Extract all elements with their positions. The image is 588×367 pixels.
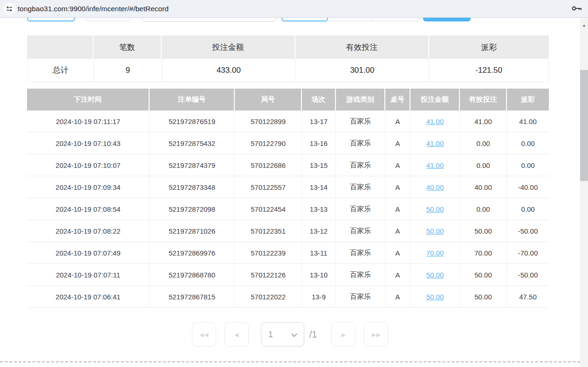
chevron-down-icon bbox=[291, 331, 297, 337]
cell-session: 13-16 bbox=[302, 132, 336, 154]
table-row: 2024-10-19 07:07:49 521972869976 5701222… bbox=[27, 242, 549, 264]
cell-payout: -40.00 bbox=[507, 176, 549, 198]
next-page-button[interactable]: ► bbox=[331, 322, 356, 346]
cell-valid-bet: 50.00 bbox=[460, 264, 507, 285]
cell-bet-amount: 50.00 bbox=[410, 198, 460, 220]
cell-round-number: 570122899 bbox=[235, 111, 302, 132]
summary-header-row: 笔数 投注金额 有效投注 派彩 bbox=[27, 35, 549, 59]
bet-amount-link[interactable]: 50.00 bbox=[426, 205, 444, 213]
cell-bet-time: 2024-10-19 07:11:17 bbox=[27, 111, 150, 132]
tune-icon bbox=[6, 5, 13, 13]
col-header-session: 场次 bbox=[302, 89, 336, 111]
cell-bet-amount: 41.00 bbox=[410, 132, 460, 154]
cell-session: 13-9 bbox=[302, 286, 336, 307]
cell-payout: 0.00 bbox=[507, 198, 549, 220]
cell-round-number: 570122454 bbox=[235, 198, 302, 220]
cell-valid-bet: 70.00 bbox=[460, 242, 507, 263]
summary-total-row: 总计 9 433.00 301.00 -121.50 bbox=[27, 59, 549, 82]
summary-table: 笔数 投注金额 有效投注 派彩 总计 9 433.00 301.00 -121.… bbox=[27, 35, 549, 82]
table-row: 2024-10-19 07:06:41 521972867815 5701220… bbox=[27, 286, 549, 308]
cell-session: 13-10 bbox=[302, 264, 336, 285]
vertical-scrollbar[interactable]: ▲ bbox=[580, 18, 588, 367]
cell-table-number: A bbox=[385, 198, 410, 220]
cell-round-number: 570122790 bbox=[235, 132, 302, 154]
bet-amount-link[interactable]: 70.00 bbox=[426, 249, 444, 257]
cell-game-type: 百家乐 bbox=[336, 220, 385, 242]
cell-bet-time: 2024-10-19 07:07:11 bbox=[27, 264, 150, 285]
cell-game-type: 百家乐 bbox=[336, 111, 385, 132]
cell-round-number: 570122351 bbox=[235, 220, 302, 242]
url-text[interactable]: tongbao31.com:9900/infe/mcenter/#/betRec… bbox=[18, 0, 169, 18]
cell-bet-time: 2024-10-19 07:09:34 bbox=[27, 176, 150, 198]
site-settings-button[interactable] bbox=[3, 3, 15, 15]
total-pages-label: /1 bbox=[309, 329, 317, 340]
cell-valid-bet: 41.00 bbox=[460, 111, 507, 132]
cell-bet-amount: 50.00 bbox=[410, 286, 460, 307]
cell-session: 13-11 bbox=[302, 242, 336, 263]
cell-payout: -50.00 bbox=[507, 264, 549, 285]
cell-session: 13-15 bbox=[302, 154, 336, 176]
bet-amount-link[interactable]: 50.00 bbox=[426, 293, 444, 301]
cell-payout: 0.00 bbox=[507, 154, 549, 176]
page-select-value: 1 bbox=[268, 330, 273, 339]
cell-order-number: 521972868780 bbox=[150, 264, 235, 285]
cell-round-number: 570122239 bbox=[235, 242, 302, 263]
password-manager-button[interactable] bbox=[571, 4, 582, 15]
prev-page-button[interactable]: ◄ bbox=[225, 322, 249, 346]
cell-valid-bet: 0.00 bbox=[460, 132, 507, 154]
cell-round-number: 570122126 bbox=[235, 264, 302, 285]
summary-total-valid-bet: 301.00 bbox=[296, 59, 430, 82]
cell-bet-time: 2024-10-19 07:10:07 bbox=[27, 154, 150, 176]
cell-game-type: 百家乐 bbox=[336, 198, 385, 220]
browser-address-bar[interactable]: tongbao31.com:9900/infe/mcenter/#/betRec… bbox=[0, 0, 588, 18]
last-page-button[interactable]: ►► bbox=[364, 322, 388, 346]
cell-payout: -50.00 bbox=[507, 220, 549, 242]
table-row: 2024-10-19 07:10:07 521972874379 5701226… bbox=[27, 154, 549, 176]
bet-amount-link[interactable]: 41.00 bbox=[426, 139, 444, 147]
key-icon bbox=[571, 4, 582, 13]
cell-game-type: 百家乐 bbox=[336, 242, 385, 263]
col-header-valid-bet: 有效投注 bbox=[460, 89, 507, 111]
summary-total-label: 总计 bbox=[27, 59, 94, 82]
cell-game-type: 百家乐 bbox=[336, 176, 385, 198]
cell-bet-amount: 50.00 bbox=[410, 264, 460, 285]
cell-table-number: A bbox=[385, 111, 410, 132]
first-page-icon: ◄◄ bbox=[198, 331, 207, 339]
col-header-payout: 派彩 bbox=[507, 89, 549, 111]
col-header-bet-amount: 投注金额 bbox=[410, 89, 460, 111]
bet-amount-link[interactable]: 40.00 bbox=[426, 183, 444, 191]
col-header-bet-time: 下注时间 bbox=[27, 89, 150, 111]
cell-bet-amount: 40.00 bbox=[410, 176, 460, 198]
bet-amount-link[interactable]: 50.00 bbox=[426, 271, 444, 279]
cell-payout: 41.00 bbox=[507, 111, 549, 132]
bet-amount-link[interactable]: 41.00 bbox=[426, 118, 444, 125]
col-header-order-number: 注单编号 bbox=[150, 89, 235, 111]
cell-round-number: 570122022 bbox=[235, 286, 302, 307]
cell-order-number: 521972871026 bbox=[150, 220, 235, 242]
table-row: 2024-10-19 07:07:11 521972868780 5701221… bbox=[27, 264, 549, 286]
bet-amount-link[interactable]: 50.00 bbox=[426, 227, 444, 235]
summary-header-bet-amount: 投注金额 bbox=[162, 35, 295, 59]
cell-game-type: 百家乐 bbox=[336, 286, 385, 307]
cell-payout: 0.00 bbox=[507, 132, 549, 154]
cell-order-number: 521972875432 bbox=[150, 132, 235, 154]
cell-valid-bet: 0.00 bbox=[460, 198, 507, 220]
table-row: 2024-10-19 07:08:54 521972872098 5701224… bbox=[27, 198, 549, 220]
bet-record-table: 下注时间 注单编号 局号 场次 游戏类别 桌号 投注金额 有效投注 派彩 202… bbox=[27, 89, 549, 308]
bet-amount-link[interactable]: 41.00 bbox=[426, 161, 444, 169]
first-page-button[interactable]: ◄◄ bbox=[192, 322, 216, 346]
cell-bet-time: 2024-10-19 07:06:41 bbox=[27, 286, 150, 307]
cell-order-number: 521972869976 bbox=[150, 242, 235, 263]
cell-bet-amount: 50.00 bbox=[410, 220, 460, 242]
table-row: 2024-10-19 07:08:22 521972871026 5701223… bbox=[27, 220, 549, 242]
summary-total-payout: -121.50 bbox=[429, 59, 549, 82]
cell-table-number: A bbox=[385, 176, 410, 198]
cell-game-type: 百家乐 bbox=[336, 264, 385, 285]
divider bbox=[0, 361, 580, 362]
page-select[interactable]: 1 bbox=[261, 322, 304, 346]
last-page-icon: ►► bbox=[370, 331, 380, 339]
cell-game-type: 百家乐 bbox=[336, 132, 385, 154]
pagination: ◄◄ ◄ 1 /1 ► ►► bbox=[0, 322, 580, 346]
scrollbar-thumb[interactable] bbox=[580, 70, 588, 181]
scrollbar-up-arrow-icon[interactable]: ▲ bbox=[580, 23, 588, 28]
